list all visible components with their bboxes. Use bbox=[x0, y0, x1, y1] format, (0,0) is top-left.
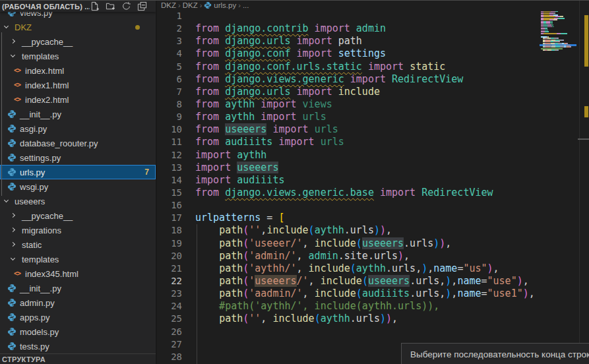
tree-item--pycache-[interactable]: __pycache__ bbox=[0, 208, 156, 223]
tree-item-label: useeers bbox=[15, 197, 45, 206]
code-line-21[interactable]: 21 path('aythh/', include(aythh.urls,),n… bbox=[158, 262, 589, 275]
code-area[interactable]: 12from django.contrib import admin3from … bbox=[158, 10, 589, 363]
scrollbar-thumb-edge bbox=[578, 138, 589, 140]
tree-item-label: models.py bbox=[20, 327, 59, 337]
code-line-13[interactable]: 13import useeers bbox=[158, 162, 589, 174]
tree-item-settings-py[interactable]: settings.py bbox=[0, 150, 156, 165]
breadcrumb-separator: › bbox=[238, 1, 241, 9]
line-content: from django.urls import path bbox=[182, 35, 362, 47]
line-content: path('aadmin/', include(audiiits.urls,),… bbox=[182, 288, 535, 300]
code-line-14[interactable]: 14import audiiits bbox=[158, 174, 589, 187]
tree-item-dkz[interactable]: DKZ bbox=[0, 20, 156, 34]
line-number: 8 bbox=[158, 98, 182, 111]
refresh-icon[interactable] bbox=[121, 1, 131, 11]
code-line-15[interactable]: 15from django.views.generic.base import … bbox=[158, 187, 589, 199]
code-line-10[interactable]: 10from useeers import urls bbox=[158, 123, 589, 136]
line-content: path('', include(aythh.urls)), bbox=[182, 313, 398, 325]
tree-item--init-py[interactable]: __init__.py bbox=[0, 281, 156, 295]
tree-item-models-py[interactable]: models.py bbox=[0, 324, 156, 339]
tree-item-label: tests.py bbox=[20, 342, 49, 351]
breadcrumb-item-1[interactable]: DKZ bbox=[183, 1, 198, 9]
tree-item-label: asgi.py bbox=[20, 124, 47, 134]
collapse-all-icon[interactable] bbox=[137, 1, 147, 11]
code-line-22[interactable]: 22 path('useeers/', include(useeers.urls… bbox=[158, 275, 589, 288]
line-content: path('useeer/', include(useeers.urls)), bbox=[182, 237, 451, 250]
tree-item--init-py[interactable]: __init__.py bbox=[0, 107, 156, 121]
tree-item-templates[interactable]: templates bbox=[0, 49, 156, 63]
breadcrumb-item-0[interactable]: DKZ bbox=[161, 1, 176, 9]
tree-item-index345-html[interactable]: <>index345.html bbox=[0, 266, 156, 281]
tree-item--pycache-[interactable]: __pycache__ bbox=[0, 34, 156, 49]
code-line-9[interactable]: 9from aythh import urls bbox=[158, 111, 589, 123]
code-line-4[interactable]: 4from django.conf import settings bbox=[158, 47, 589, 60]
tree-item-asgi-py[interactable]: asgi.py bbox=[0, 121, 156, 136]
tree-item-database-roouter-py[interactable]: database_roouter.py bbox=[0, 136, 156, 150]
line-content: path('admin/', admin.site.urls), bbox=[182, 250, 410, 262]
code-line-2[interactable]: 2from django.contrib import admin bbox=[158, 22, 589, 35]
breadcrumb-item-3[interactable]: ... bbox=[243, 1, 249, 9]
tree-item-label: index2.html bbox=[25, 95, 69, 105]
code-line-26[interactable]: 26 bbox=[158, 326, 589, 338]
tree-item-label: __pycache__ bbox=[22, 37, 73, 47]
tree-item-migrations[interactable]: migrations bbox=[0, 223, 156, 237]
code-line-20[interactable]: 20 path('admin/', admin.site.urls), bbox=[158, 250, 589, 262]
tree-item-static[interactable]: static bbox=[0, 237, 156, 252]
tree-item-index-html[interactable]: <>index.html bbox=[0, 63, 156, 78]
minimap-line-segment bbox=[558, 18, 565, 19]
tree-item-templates[interactable]: templates bbox=[0, 252, 156, 266]
html-file-icon: <> bbox=[13, 80, 22, 90]
tree-item-apps-py[interactable]: apps.py bbox=[0, 310, 156, 324]
python-file-icon bbox=[7, 153, 16, 162]
line-content: path('aythh/', include(aythh.urls,),name… bbox=[182, 262, 499, 275]
html-file-icon: <> bbox=[13, 95, 22, 104]
line-number: 12 bbox=[158, 149, 182, 162]
code-line-23[interactable]: 23 path('aadmin/', include(audiiits.urls… bbox=[158, 288, 589, 300]
explorer-sidebar: views.pyDKZ__pycache__templates<>index.h… bbox=[0, 1, 157, 364]
code-line-3[interactable]: 3from django.urls import path bbox=[158, 35, 589, 47]
line-number: 14 bbox=[158, 174, 182, 187]
code-line-16[interactable]: 16 bbox=[158, 199, 589, 212]
code-line-25[interactable]: 25 path('', include(aythh.urls)), bbox=[158, 313, 589, 325]
problems-badge: 7 bbox=[144, 167, 149, 177]
minimap[interactable] bbox=[540, 4, 578, 76]
explorer-actions bbox=[90, 1, 156, 11]
tree-item-admin-py[interactable]: admin.py bbox=[0, 295, 156, 310]
code-line-5[interactable]: 5from django.conf.urls.static import sta… bbox=[158, 61, 589, 73]
line-content: path('useeers/', include(useeers.urls,),… bbox=[182, 275, 529, 288]
new-file-icon[interactable] bbox=[90, 1, 100, 11]
line-content: from useeers import urls bbox=[182, 123, 338, 136]
code-line-18[interactable]: 18 path('',include(aythh.urls)), bbox=[158, 224, 589, 237]
code-line-11[interactable]: 11from audiiits import urls bbox=[158, 136, 589, 148]
line-content: import audiiits bbox=[182, 174, 284, 187]
line-number: 10 bbox=[158, 123, 182, 136]
code-line-12[interactable]: 12import aythh bbox=[158, 149, 589, 162]
code-line-24[interactable]: 24 #path('aythh/', include(aythh.urls)), bbox=[158, 300, 589, 313]
tree-item-wsgi-py[interactable]: wsgi.py bbox=[0, 179, 156, 194]
line-number: 4 bbox=[158, 47, 182, 60]
tree-item-index1-html[interactable]: <>index1.html bbox=[0, 78, 156, 92]
code-line-8[interactable]: 8from aythh import views bbox=[158, 98, 589, 111]
tree-item-useeers[interactable]: useeers bbox=[0, 194, 156, 208]
tree-item-urls-py[interactable]: urls.py7 bbox=[0, 165, 156, 179]
warning-ruler-mark bbox=[584, 106, 588, 117]
outline-section-header[interactable]: СТРУКТУРА bbox=[0, 353, 156, 364]
line-number: 26 bbox=[158, 326, 182, 338]
overview-ruler-scrollbar[interactable] bbox=[579, 1, 589, 364]
code-line-19[interactable]: 19 path('useeer/', include(useeers.urls)… bbox=[158, 237, 589, 250]
html-file-icon: <> bbox=[13, 66, 22, 75]
tree-item-label: __pycache__ bbox=[22, 211, 73, 221]
tree-item-label: apps.py bbox=[20, 313, 50, 322]
tree-item-tests-py[interactable]: tests.py bbox=[0, 339, 156, 353]
explorer-section-header[interactable]: (РАБОЧАЯ ОБЛАСТЬ) ... bbox=[0, 1, 156, 12]
breadcrumb-item-2[interactable]: urls.py bbox=[214, 1, 236, 9]
line-number: 27 bbox=[158, 338, 182, 351]
code-line-6[interactable]: 6from django.views.generic import Redire… bbox=[158, 73, 589, 86]
python-file-icon bbox=[7, 167, 16, 177]
code-line-7[interactable]: 7from django.urls import include bbox=[158, 86, 589, 98]
tree-item-index2-html[interactable]: <>index2.html bbox=[0, 92, 156, 107]
line-number: 21 bbox=[158, 262, 182, 275]
new-folder-icon[interactable] bbox=[106, 1, 115, 11]
code-line-1[interactable]: 1 bbox=[158, 10, 589, 22]
line-number: 9 bbox=[158, 111, 182, 123]
code-line-17[interactable]: 17urlpatterns = [ bbox=[158, 212, 589, 224]
